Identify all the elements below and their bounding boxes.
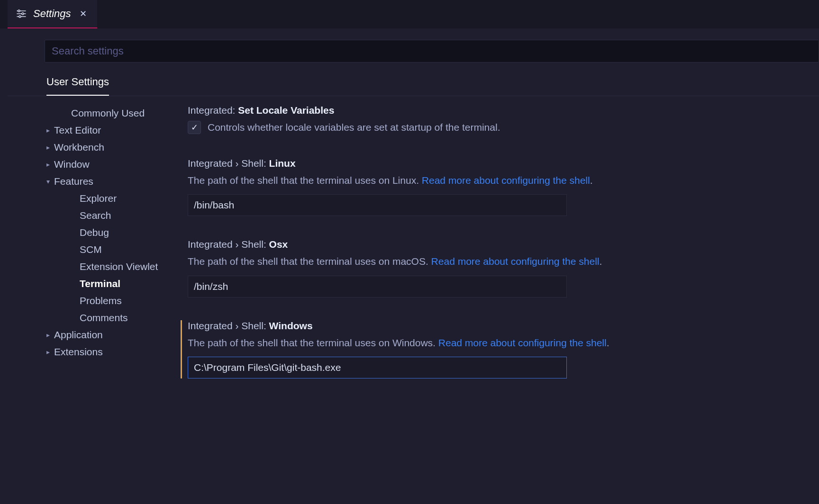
setting-shell-windows: Integrated › Shell: Windows The path of … [181, 320, 810, 379]
sidebar-item-label: Debug [80, 227, 109, 238]
sidebar-item-label: Problems [80, 295, 122, 306]
input-shell-osx[interactable] [188, 276, 567, 297]
input-shell-linux[interactable] [188, 194, 567, 216]
sidebar-item-scm[interactable]: SCM [45, 241, 183, 258]
sidebar-item-features[interactable]: ▾Features [45, 173, 183, 190]
chevron-right-icon: ▸ [45, 348, 51, 356]
sidebar-item-terminal[interactable]: Terminal [45, 275, 183, 292]
setting-title: Integrated › Shell: Linux [188, 158, 810, 169]
sidebar-item-label: Search [80, 210, 111, 221]
chevron-right-icon: ▸ [45, 126, 51, 134]
sidebar-item-window[interactable]: ▸Window [45, 156, 183, 173]
sidebar-item-search[interactable]: Search [45, 207, 183, 224]
setting-title: Integrated › Shell: Osx [188, 239, 810, 250]
link-configure-shell[interactable]: Read more about configuring the shell [431, 256, 600, 267]
sidebar-item-label: Extensions [54, 346, 103, 358]
sidebar-item-label: Explorer [80, 193, 117, 204]
tab-bar: Settings ✕ [0, 0, 819, 28]
sidebar-item-extension-viewlet[interactable]: Extension Viewlet [45, 258, 183, 275]
settings-sidebar: Commonly Used▸Text Editor▸Workbench▸Wind… [8, 105, 188, 504]
tab-settings[interactable]: Settings ✕ [8, 0, 97, 28]
sidebar-item-label: Terminal [80, 278, 120, 289]
chevron-down-icon: ▾ [45, 178, 51, 185]
sidebar-item-explorer[interactable]: Explorer [45, 190, 183, 207]
link-configure-shell[interactable]: Read more about configuring the shell [438, 337, 607, 348]
sidebar-item-workbench[interactable]: ▸Workbench [45, 139, 183, 156]
tab-title: Settings [33, 8, 71, 20]
sidebar-item-label: Text Editor [54, 125, 101, 136]
sidebar-item-label: Workbench [54, 142, 104, 153]
setting-title: Integrated › Shell: Windows [188, 320, 810, 332]
sidebar-item-extensions[interactable]: ▸Extensions [45, 343, 183, 360]
svg-point-4 [22, 13, 24, 15]
sidebar-item-label: Commonly Used [71, 108, 145, 119]
scope-tabs: User Settings [8, 71, 819, 96]
sidebar-item-problems[interactable]: Problems [45, 292, 183, 309]
link-configure-shell[interactable]: Read more about configuring the shell [422, 175, 590, 186]
sidebar-item-comments[interactable]: Comments [45, 309, 183, 326]
close-icon[interactable]: ✕ [78, 9, 89, 19]
input-shell-windows[interactable] [188, 357, 567, 378]
setting-description: The path of the shell that the terminal … [188, 335, 810, 351]
setting-description: The path of the shell that the terminal … [188, 254, 810, 269]
search-input[interactable] [45, 40, 819, 63]
checkbox-locale[interactable]: ✓ [188, 121, 201, 134]
settings-icon [16, 9, 27, 18]
search-bar [8, 28, 819, 71]
sidebar-item-label: Extension Viewlet [80, 261, 158, 272]
setting-shell-linux: Integrated › Shell: Linux The path of th… [188, 158, 810, 216]
sidebar-item-label: Application [54, 329, 103, 341]
sidebar-item-commonly-used[interactable]: Commonly Used [45, 105, 183, 122]
svg-point-3 [18, 10, 20, 12]
sidebar-item-label: Features [54, 176, 93, 187]
sidebar-item-application[interactable]: ▸Application [45, 326, 183, 343]
sidebar-item-label: Window [54, 159, 90, 170]
setting-set-locale-variables: Integrated: Set Locale Variables ✓ Contr… [188, 105, 810, 135]
settings-panel: Integrated: Set Locale Variables ✓ Contr… [188, 105, 819, 504]
sidebar-item-debug[interactable]: Debug [45, 224, 183, 241]
setting-title: Integrated: Set Locale Variables [188, 105, 810, 116]
chevron-right-icon: ▸ [45, 331, 51, 339]
chevron-right-icon: ▸ [45, 161, 51, 168]
setting-shell-osx: Integrated › Shell: Osx The path of the … [188, 239, 810, 297]
tab-user-settings[interactable]: User Settings [46, 71, 109, 96]
sidebar-item-label: SCM [80, 244, 102, 255]
chevron-right-icon: ▸ [45, 144, 51, 151]
sidebar-item-text-editor[interactable]: ▸Text Editor [45, 122, 183, 139]
sidebar-item-label: Comments [80, 312, 128, 324]
svg-point-5 [19, 16, 21, 18]
setting-description: The path of the shell that the terminal … [188, 173, 810, 188]
setting-description: Controls whether locale variables are se… [208, 120, 500, 135]
